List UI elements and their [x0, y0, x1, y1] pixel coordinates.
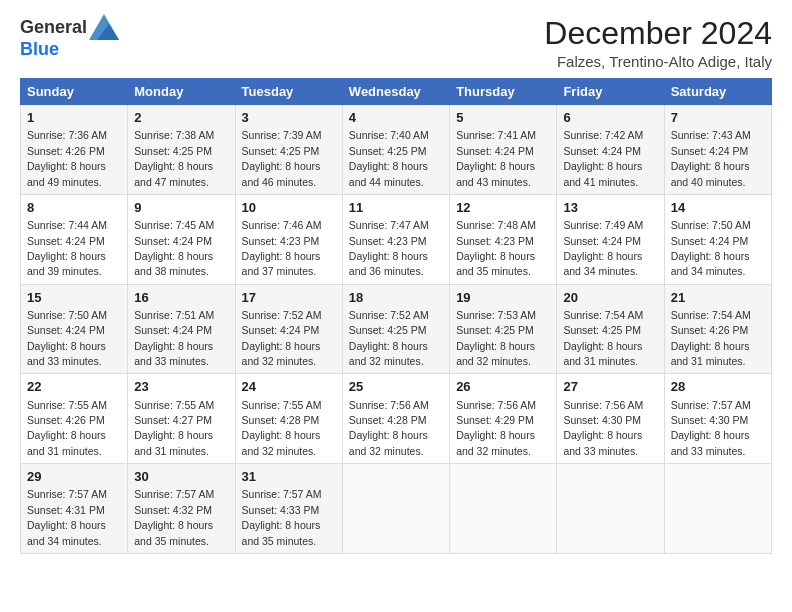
day-number: 1	[27, 109, 121, 127]
table-row: 28 Sunrise: 7:57 AM Sunset: 4:30 PM Dayl…	[664, 374, 771, 464]
day-number: 20	[563, 289, 657, 307]
day-info: Sunrise: 7:54 AM Sunset: 4:25 PM Dayligh…	[563, 309, 643, 367]
day-number: 19	[456, 289, 550, 307]
day-info: Sunrise: 7:47 AM Sunset: 4:23 PM Dayligh…	[349, 219, 429, 277]
table-row: 23 Sunrise: 7:55 AM Sunset: 4:27 PM Dayl…	[128, 374, 235, 464]
day-info: Sunrise: 7:45 AM Sunset: 4:24 PM Dayligh…	[134, 219, 214, 277]
table-row: 29 Sunrise: 7:57 AM Sunset: 4:31 PM Dayl…	[21, 464, 128, 554]
table-row: 25 Sunrise: 7:56 AM Sunset: 4:28 PM Dayl…	[342, 374, 449, 464]
day-info: Sunrise: 7:39 AM Sunset: 4:25 PM Dayligh…	[242, 129, 322, 187]
day-number: 14	[671, 199, 765, 217]
table-row: 12 Sunrise: 7:48 AM Sunset: 4:23 PM Dayl…	[450, 194, 557, 284]
table-row: 1 Sunrise: 7:36 AM Sunset: 4:26 PM Dayli…	[21, 105, 128, 195]
title-block: December 2024 Falzes, Trentino-Alto Adig…	[544, 16, 772, 70]
day-info: Sunrise: 7:44 AM Sunset: 4:24 PM Dayligh…	[27, 219, 107, 277]
table-row: 19 Sunrise: 7:53 AM Sunset: 4:25 PM Dayl…	[450, 284, 557, 374]
day-info: Sunrise: 7:50 AM Sunset: 4:24 PM Dayligh…	[671, 219, 751, 277]
calendar-week-row: 29 Sunrise: 7:57 AM Sunset: 4:31 PM Dayl…	[21, 464, 772, 554]
day-number: 15	[27, 289, 121, 307]
day-info: Sunrise: 7:36 AM Sunset: 4:26 PM Dayligh…	[27, 129, 107, 187]
table-row: 5 Sunrise: 7:41 AM Sunset: 4:24 PM Dayli…	[450, 105, 557, 195]
day-number: 4	[349, 109, 443, 127]
col-wednesday: Wednesday	[342, 79, 449, 105]
day-number: 30	[134, 468, 228, 486]
main-title: December 2024	[544, 16, 772, 51]
day-info: Sunrise: 7:52 AM Sunset: 4:24 PM Dayligh…	[242, 309, 322, 367]
day-info: Sunrise: 7:43 AM Sunset: 4:24 PM Dayligh…	[671, 129, 751, 187]
day-info: Sunrise: 7:55 AM Sunset: 4:28 PM Dayligh…	[242, 399, 322, 457]
day-info: Sunrise: 7:57 AM Sunset: 4:30 PM Dayligh…	[671, 399, 751, 457]
day-number: 16	[134, 289, 228, 307]
calendar-header-row: Sunday Monday Tuesday Wednesday Thursday…	[21, 79, 772, 105]
table-row	[342, 464, 449, 554]
day-number: 24	[242, 378, 336, 396]
day-number: 18	[349, 289, 443, 307]
table-row: 22 Sunrise: 7:55 AM Sunset: 4:26 PM Dayl…	[21, 374, 128, 464]
table-row	[664, 464, 771, 554]
table-row: 9 Sunrise: 7:45 AM Sunset: 4:24 PM Dayli…	[128, 194, 235, 284]
day-info: Sunrise: 7:52 AM Sunset: 4:25 PM Dayligh…	[349, 309, 429, 367]
day-info: Sunrise: 7:53 AM Sunset: 4:25 PM Dayligh…	[456, 309, 536, 367]
col-tuesday: Tuesday	[235, 79, 342, 105]
table-row: 2 Sunrise: 7:38 AM Sunset: 4:25 PM Dayli…	[128, 105, 235, 195]
calendar-week-row: 22 Sunrise: 7:55 AM Sunset: 4:26 PM Dayl…	[21, 374, 772, 464]
table-row: 27 Sunrise: 7:56 AM Sunset: 4:30 PM Dayl…	[557, 374, 664, 464]
day-info: Sunrise: 7:55 AM Sunset: 4:26 PM Dayligh…	[27, 399, 107, 457]
table-row: 16 Sunrise: 7:51 AM Sunset: 4:24 PM Dayl…	[128, 284, 235, 374]
table-row: 24 Sunrise: 7:55 AM Sunset: 4:28 PM Dayl…	[235, 374, 342, 464]
page: General Blue December 2024 Falzes, Trent…	[0, 0, 792, 612]
day-number: 29	[27, 468, 121, 486]
table-row: 11 Sunrise: 7:47 AM Sunset: 4:23 PM Dayl…	[342, 194, 449, 284]
table-row: 30 Sunrise: 7:57 AM Sunset: 4:32 PM Dayl…	[128, 464, 235, 554]
day-info: Sunrise: 7:55 AM Sunset: 4:27 PM Dayligh…	[134, 399, 214, 457]
day-number: 9	[134, 199, 228, 217]
table-row: 26 Sunrise: 7:56 AM Sunset: 4:29 PM Dayl…	[450, 374, 557, 464]
day-number: 7	[671, 109, 765, 127]
day-info: Sunrise: 7:57 AM Sunset: 4:32 PM Dayligh…	[134, 488, 214, 546]
table-row: 13 Sunrise: 7:49 AM Sunset: 4:24 PM Dayl…	[557, 194, 664, 284]
day-info: Sunrise: 7:49 AM Sunset: 4:24 PM Dayligh…	[563, 219, 643, 277]
calendar-week-row: 8 Sunrise: 7:44 AM Sunset: 4:24 PM Dayli…	[21, 194, 772, 284]
day-number: 10	[242, 199, 336, 217]
day-info: Sunrise: 7:56 AM Sunset: 4:28 PM Dayligh…	[349, 399, 429, 457]
table-row: 6 Sunrise: 7:42 AM Sunset: 4:24 PM Dayli…	[557, 105, 664, 195]
day-number: 25	[349, 378, 443, 396]
table-row	[557, 464, 664, 554]
table-row: 18 Sunrise: 7:52 AM Sunset: 4:25 PM Dayl…	[342, 284, 449, 374]
col-thursday: Thursday	[450, 79, 557, 105]
subtitle: Falzes, Trentino-Alto Adige, Italy	[544, 53, 772, 70]
table-row: 20 Sunrise: 7:54 AM Sunset: 4:25 PM Dayl…	[557, 284, 664, 374]
day-info: Sunrise: 7:50 AM Sunset: 4:24 PM Dayligh…	[27, 309, 107, 367]
calendar-table: Sunday Monday Tuesday Wednesday Thursday…	[20, 78, 772, 554]
day-number: 6	[563, 109, 657, 127]
day-info: Sunrise: 7:57 AM Sunset: 4:33 PM Dayligh…	[242, 488, 322, 546]
table-row: 17 Sunrise: 7:52 AM Sunset: 4:24 PM Dayl…	[235, 284, 342, 374]
logo-general: General	[20, 18, 87, 38]
day-info: Sunrise: 7:40 AM Sunset: 4:25 PM Dayligh…	[349, 129, 429, 187]
day-info: Sunrise: 7:48 AM Sunset: 4:23 PM Dayligh…	[456, 219, 536, 277]
day-number: 3	[242, 109, 336, 127]
day-number: 31	[242, 468, 336, 486]
calendar-week-row: 15 Sunrise: 7:50 AM Sunset: 4:24 PM Dayl…	[21, 284, 772, 374]
col-saturday: Saturday	[664, 79, 771, 105]
table-row: 31 Sunrise: 7:57 AM Sunset: 4:33 PM Dayl…	[235, 464, 342, 554]
day-number: 23	[134, 378, 228, 396]
col-sunday: Sunday	[21, 79, 128, 105]
day-number: 11	[349, 199, 443, 217]
day-info: Sunrise: 7:57 AM Sunset: 4:31 PM Dayligh…	[27, 488, 107, 546]
table-row: 15 Sunrise: 7:50 AM Sunset: 4:24 PM Dayl…	[21, 284, 128, 374]
table-row: 10 Sunrise: 7:46 AM Sunset: 4:23 PM Dayl…	[235, 194, 342, 284]
header: General Blue December 2024 Falzes, Trent…	[20, 16, 772, 70]
day-info: Sunrise: 7:56 AM Sunset: 4:29 PM Dayligh…	[456, 399, 536, 457]
day-number: 12	[456, 199, 550, 217]
table-row: 4 Sunrise: 7:40 AM Sunset: 4:25 PM Dayli…	[342, 105, 449, 195]
day-info: Sunrise: 7:42 AM Sunset: 4:24 PM Dayligh…	[563, 129, 643, 187]
col-friday: Friday	[557, 79, 664, 105]
logo-icon	[89, 14, 119, 40]
day-info: Sunrise: 7:51 AM Sunset: 4:24 PM Dayligh…	[134, 309, 214, 367]
table-row	[450, 464, 557, 554]
col-monday: Monday	[128, 79, 235, 105]
day-info: Sunrise: 7:56 AM Sunset: 4:30 PM Dayligh…	[563, 399, 643, 457]
table-row: 3 Sunrise: 7:39 AM Sunset: 4:25 PM Dayli…	[235, 105, 342, 195]
logo-blue: Blue	[20, 40, 59, 60]
